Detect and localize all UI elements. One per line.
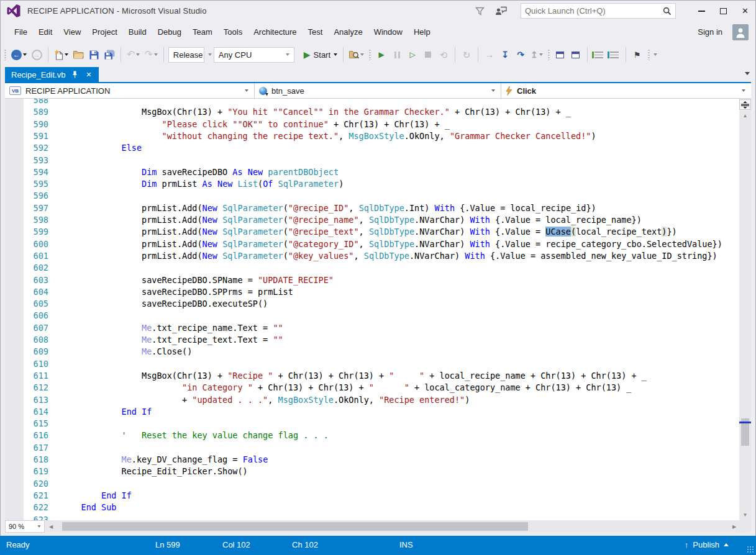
code-text[interactable]: Me.txt_recipe_text.Text = ""	[61, 334, 283, 346]
code-line-613[interactable]: 613 + "updated . . .", MsgBoxStyle.OkOnl…	[5, 394, 739, 406]
feedback-icon[interactable]	[494, 6, 507, 16]
resize-grip[interactable]	[747, 546, 754, 553]
code-line-618[interactable]: 618 Me.key_DV_change_flag = False	[5, 454, 739, 466]
code-text[interactable]: prmList.Add(New SqlParameter("@recipe_na…	[61, 214, 642, 226]
code-line-600[interactable]: 600 prmList.Add(New SqlParameter("@categ…	[5, 238, 739, 250]
stop-button[interactable]	[421, 47, 435, 63]
menu-item-test[interactable]: Test	[303, 24, 329, 40]
toggle-bookmark-button[interactable]: ⚑	[631, 47, 644, 63]
refresh-button[interactable]: ↻	[460, 47, 473, 63]
continue-button[interactable]: ▶	[375, 47, 388, 63]
quick-launch-input[interactable]	[525, 6, 663, 16]
toolbar-overflow-caret[interactable]	[654, 53, 657, 56]
code-text[interactable]: End If	[61, 490, 132, 502]
code-editor[interactable]: 588589 MsgBox(Chr(13) + "You hit ""Cance…	[5, 99, 739, 520]
navigate-backward-button[interactable]: ←	[10, 47, 28, 63]
user-avatar[interactable]	[732, 24, 749, 40]
vertical-scrollbar[interactable]: ▲ ▼	[739, 111, 751, 520]
quick-launch-box[interactable]	[521, 3, 676, 19]
restart-button[interactable]: ⟲	[437, 47, 450, 63]
debug-dropdown-caret[interactable]	[539, 53, 543, 56]
publish-button[interactable]: ↑ Publish	[685, 540, 729, 549]
menu-item-window[interactable]: Window	[368, 24, 408, 40]
menu-item-view[interactable]: View	[58, 24, 86, 40]
pause-button[interactable]	[390, 47, 404, 63]
open-file-button[interactable]	[71, 47, 85, 63]
code-line-601[interactable]: 601 prmList.Add(New SqlParameter("@key_v…	[5, 250, 739, 262]
find-in-files-button[interactable]	[348, 47, 365, 63]
editor-split-handle[interactable]	[739, 99, 751, 110]
code-text[interactable]: MsgBox(Chr(13) + "You hit ""Cancel"" in …	[61, 106, 571, 118]
code-line-607[interactable]: 607 Me.txt_recipe_name.Text = ""	[5, 322, 739, 334]
menu-item-team[interactable]: Team	[187, 24, 218, 40]
code-line-593[interactable]: 593	[5, 155, 739, 166]
code-text[interactable]: Me.Close()	[61, 346, 192, 358]
code-text[interactable]: "in Category " + Chr(13) + Chr(13) + " "…	[61, 382, 631, 394]
code-line-589[interactable]: 589 MsgBox(Chr(13) + "You hit ""Cancel""…	[5, 106, 739, 118]
code-text[interactable]: Me.txt_recipe_name.Text = ""	[61, 322, 283, 334]
menu-item-file[interactable]: File	[9, 24, 33, 40]
code-line-597[interactable]: 597 prmList.Add(New SqlParameter("@recip…	[5, 202, 739, 214]
step-over-button[interactable]: ↷	[514, 47, 527, 63]
code-text[interactable]: prmList.Add(New SqlParameter("@recipe_te…	[61, 226, 677, 238]
increase-indent-button[interactable]	[608, 47, 621, 63]
code-text[interactable]: End Sub	[61, 502, 116, 513]
code-line-598[interactable]: 598 prmList.Add(New SqlParameter("@recip…	[5, 214, 739, 226]
start-dropdown-caret[interactable]	[334, 53, 337, 56]
toolbar-grip[interactable]	[368, 49, 371, 60]
horizontal-scrollbar-thumb[interactable]	[62, 522, 528, 531]
code-line-617[interactable]: 617	[5, 442, 739, 454]
object-dropdown[interactable]: btn_save	[255, 83, 501, 98]
code-line-621[interactable]: 621 End If	[5, 490, 739, 502]
notifications-funnel-icon[interactable]	[473, 6, 486, 16]
code-line-612[interactable]: 612 "in Category " + Chr(13) + Chr(13) +…	[5, 382, 739, 394]
solution-configuration-combo[interactable]: Release	[168, 47, 204, 63]
menu-item-project[interactable]: Project	[86, 24, 122, 40]
code-line-602[interactable]: 602	[5, 262, 739, 274]
menu-item-build[interactable]: Build	[123, 24, 152, 40]
code-line-623[interactable]: 623	[5, 514, 739, 521]
code-line-619[interactable]: 619 Recipe_Edit_Picker.Show()	[5, 466, 739, 477]
code-line-594[interactable]: 594 Dim saveRecipeDBO As New parentDBObj…	[5, 166, 739, 178]
save-all-button[interactable]	[102, 47, 116, 63]
code-line-615[interactable]: 615	[5, 418, 739, 430]
code-line-620[interactable]: 620	[5, 478, 739, 490]
code-line-592[interactable]: 592 Else	[5, 142, 739, 154]
menu-item-help[interactable]: Help	[408, 24, 436, 40]
search-icon[interactable]	[663, 7, 672, 16]
code-text[interactable]: "Please click ""OK"" to continue" + Chr(…	[61, 119, 450, 130]
code-line-604[interactable]: 604 saveRecipeDBO.SPPrms = prmList	[5, 286, 739, 298]
code-text[interactable]: MsgBox(Chr(13) + "Recipe " + Chr(13) + C…	[61, 370, 647, 382]
scroll-down-icon[interactable]: ▼	[739, 512, 751, 518]
code-text[interactable]: prmList.Add(New SqlParameter("@recipe_ID…	[61, 202, 596, 214]
breakpoints-window-button[interactable]	[553, 47, 567, 63]
back-dropdown-caret[interactable]	[23, 53, 27, 56]
navigate-forward-button[interactable]: →	[30, 47, 43, 63]
find-dropdown-caret[interactable]	[360, 53, 364, 56]
menu-item-analyze[interactable]: Analyze	[328, 24, 368, 40]
show-next-statement-button[interactable]: →	[483, 47, 496, 63]
document-list-chevron-icon[interactable]	[745, 72, 750, 75]
code-line-616[interactable]: 616 ' Reset the key value change flag . …	[5, 430, 739, 441]
start-debug-button[interactable]: ▶ Start	[303, 47, 339, 63]
code-line-603[interactable]: 603 saveRecipeDBO.SPName = "UPDATE_RECIP…	[5, 274, 739, 286]
code-line-605[interactable]: 605 saveRecipeDBO.executeSP()	[5, 298, 739, 310]
code-line-611[interactable]: 611 MsgBox(Chr(13) + "Recipe " + Chr(13)…	[5, 370, 739, 382]
sign-in-link[interactable]: Sign in	[698, 27, 722, 37]
undo-dropdown-caret[interactable]	[136, 53, 140, 56]
undo-button[interactable]: ↶	[125, 47, 141, 63]
code-text[interactable]: prmList.Add(New SqlParameter("@category_…	[61, 238, 722, 250]
code-text[interactable]: saveRecipeDBO.SPName = "UPDATE_RECIPE"	[61, 274, 334, 286]
code-line-609[interactable]: 609 Me.Close()	[5, 346, 739, 358]
code-text[interactable]: "without changing the recipe text.", Msg…	[61, 130, 596, 142]
code-text[interactable]: Me.key_DV_change_flag = False	[61, 454, 268, 466]
step-into-button[interactable]: ↧	[498, 47, 512, 63]
code-text[interactable]: Dim saveRecipeDBO As New parentDBObject	[61, 166, 339, 178]
code-text[interactable]: Recipe_Edit_Picker.Show()	[61, 466, 248, 477]
code-line-596[interactable]: 596	[5, 190, 739, 202]
code-text[interactable]: saveRecipeDBO.SPPrms = prmList	[61, 286, 293, 298]
menu-item-debug[interactable]: Debug	[152, 24, 187, 40]
code-line-608[interactable]: 608 Me.txt_recipe_text.Text = ""	[5, 334, 739, 346]
code-text[interactable]: saveRecipeDBO.executeSP()	[61, 298, 268, 310]
code-line-614[interactable]: 614 End If	[5, 406, 739, 418]
